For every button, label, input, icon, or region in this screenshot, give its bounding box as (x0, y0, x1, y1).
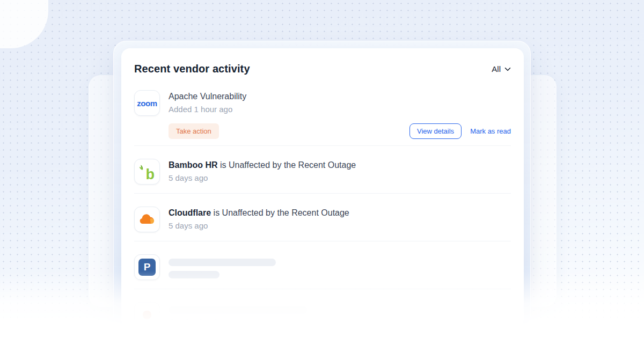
skeleton-title-bar (169, 306, 307, 314)
activity-timestamp: 5 days ago (169, 221, 349, 230)
activity-timestamp: Added 1 hour ago (169, 105, 246, 114)
bamboo-leaf-icon (139, 164, 146, 173)
chevron-down-icon (504, 66, 511, 71)
bamboohr-logo: b (134, 159, 160, 185)
bamboohr-logo-text: b (146, 167, 155, 182)
activity-title: Apache Vulnerability (169, 91, 246, 102)
cloudflare-logo (134, 207, 160, 232)
activity-title: Bamboo HR is Unaffected by the Recent Ou… (169, 160, 356, 171)
activity-row-cloudflare: Cloudflare is Unaffected by the Recent O… (134, 194, 511, 241)
skeleton-title-bar (169, 259, 276, 266)
recent-vendor-activity-card: Recent vendor activity All zoom Apache V… (121, 48, 524, 327)
activity-row-loading (134, 289, 511, 327)
activity-timestamp: 5 days ago (169, 173, 356, 182)
coral-ring-icon (143, 311, 151, 319)
activity-row-bamboohr: b Bamboo HR is Unaffected by the Recent … (134, 146, 511, 194)
zoom-logo: zoom (134, 90, 160, 116)
activity-message: is Unaffected by the Recent Outage (211, 208, 349, 217)
zoom-logo-text: zoom (137, 99, 157, 108)
vendor-name: Cloudflare (169, 208, 211, 217)
activity-title: Cloudflare is Unaffected by the Recent O… (169, 208, 349, 218)
skeleton-meta-bar (169, 319, 219, 326)
activity-row-zoom: zoom Apache Vulnerability Added 1 hour a… (134, 90, 511, 146)
take-action-button[interactable]: Take action (169, 123, 219, 139)
page-title: Recent vendor activity (134, 63, 250, 75)
filter-dropdown-label: All (492, 64, 501, 74)
filter-dropdown[interactable]: All (492, 64, 511, 74)
vendor-ring-logo (134, 302, 160, 327)
cloudflare-cloud-icon (139, 214, 155, 225)
activity-message: is Unaffected by the Recent Outage (218, 160, 356, 170)
card-header: Recent vendor activity All (134, 48, 511, 75)
vendor-name: Bamboo HR (169, 160, 218, 170)
paypal-logo: P (134, 254, 160, 280)
skeleton-meta-bar (169, 271, 219, 278)
mark-as-read-link[interactable]: Mark as read (470, 127, 511, 135)
activity-row-paypal-loading: P (134, 241, 511, 289)
view-details-button[interactable]: View details (409, 123, 462, 139)
paypal-logo-text: P (138, 259, 156, 276)
